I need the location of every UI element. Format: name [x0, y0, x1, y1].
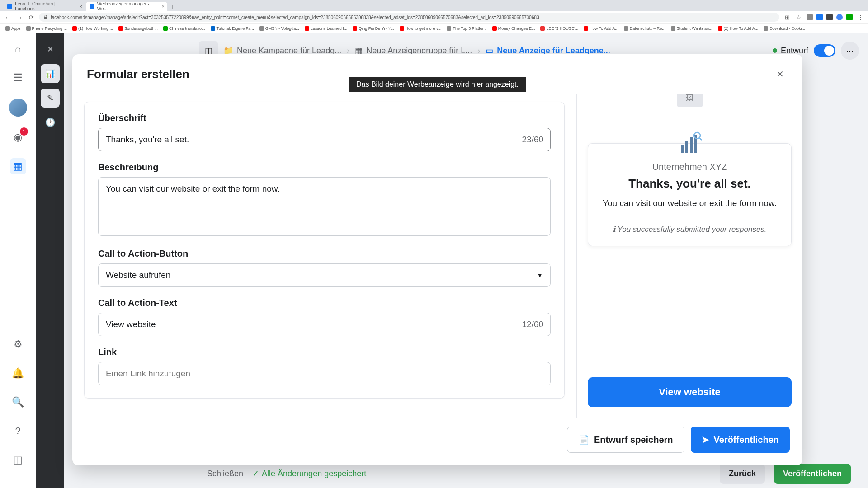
field-label: Beschreibung [98, 162, 551, 173]
back-button[interactable]: ← [4, 13, 12, 21]
modal-title: Formular erstellen [87, 67, 189, 81]
edit-icon[interactable]: ✎ [41, 89, 60, 108]
facebook-favicon [7, 4, 12, 9]
bookmark-favicon [72, 26, 77, 31]
help-icon[interactable]: ? [10, 423, 26, 439]
tab-strip: Leon R. Chaudhari | Facebook × Werbeanze… [0, 0, 868, 11]
bookmark-item[interactable]: Chinese translatio... [161, 25, 207, 32]
bookmark-item[interactable]: GMSN - Vologda... [258, 25, 301, 32]
bookmark-label: LEE 'S HOUSE'... [546, 26, 578, 31]
close-icon[interactable]: ✕ [41, 40, 60, 59]
bell-icon[interactable]: 🔔 [10, 365, 26, 381]
link-field: Link [98, 347, 551, 385]
bookmark-item[interactable]: How to get more v... [398, 25, 443, 32]
preview-success-text: ℹ You successfully submitted your respon… [598, 225, 781, 234]
close-button[interactable]: Schließen [207, 469, 243, 479]
bookmark-item[interactable]: Phone Recycling ... [24, 25, 69, 32]
forward-button[interactable]: → [15, 13, 24, 21]
facebook-favicon [90, 4, 94, 9]
create-form-modal: Formular erstellen ✕ Überschrift 23/60 B… [72, 54, 802, 465]
browser-tab[interactable]: Leon R. Chaudhari | Facebook × [4, 2, 85, 11]
close-icon[interactable]: × [80, 4, 82, 9]
publish-button[interactable]: Veröffentlichen [774, 464, 851, 484]
bookmark-item[interactable]: How To Add A... [582, 25, 620, 32]
browser-tab[interactable]: Werbeanzeigenmanager - We... × [86, 2, 167, 11]
save-draft-button[interactable]: 📄 Entwurf speichern [567, 427, 684, 453]
bookmark-label: Datenschutz – Re... [630, 26, 665, 31]
cta-button-select[interactable]: Website aufrufen ▼ [98, 263, 551, 287]
panel-icon[interactable]: ◫ [10, 452, 26, 468]
home-icon[interactable]: ⌂ [10, 41, 26, 57]
headline-input[interactable] [98, 128, 551, 151]
tab-title: Leon R. Chaudhari | Facebook [15, 1, 72, 11]
bookmark-label: Download - Cooki... [769, 26, 805, 31]
button-label: Veröffentlichen [714, 435, 779, 445]
menu-icon[interactable]: ☰ [10, 70, 26, 86]
address-bar[interactable]: facebook.com/adsmanager/manage/ads/edit?… [39, 13, 779, 22]
check-icon: ✓ [252, 469, 259, 479]
search-icon[interactable]: 🔍 [10, 394, 26, 410]
bookmark-label: Student Wants an... [677, 26, 712, 31]
description-input[interactable] [98, 177, 551, 236]
bookmark-item[interactable]: Lessons Learned f... [303, 25, 349, 32]
close-icon[interactable]: ✕ [772, 66, 788, 82]
cta-text-input[interactable] [98, 313, 551, 336]
preview-card: Unternehmen XYZ Thanks, you're all set. … [588, 143, 792, 246]
back-button[interactable]: Zurück [720, 464, 765, 484]
char-count: 12/60 [522, 319, 543, 329]
bookmark-favicon [447, 26, 451, 31]
image-placeholder-icon: 🖼 [677, 94, 703, 107]
bookmark-item[interactable]: Apps [4, 25, 23, 32]
bookmark-item[interactable]: Sonderangebot! ... [117, 25, 160, 32]
bookmark-item[interactable]: The Top 3 Platfor... [445, 25, 488, 32]
history-icon[interactable]: 🕐 [41, 113, 60, 132]
publish-button[interactable]: ➤ Veröffentlichen [691, 427, 790, 453]
bookmark-item[interactable]: Datenschutz – Re... [622, 25, 667, 32]
ext-icon[interactable] [826, 14, 833, 20]
bookmark-item[interactable]: Qing Fei De Yi - Y... [351, 25, 396, 32]
menu-icon[interactable]: ⋮ [856, 13, 864, 21]
lock-icon [43, 15, 48, 19]
bookmark-label: Sonderangebot! ... [124, 26, 158, 31]
ext-icon[interactable] [816, 14, 823, 20]
bookmark-item[interactable]: Money Changes E... [491, 25, 537, 32]
preview-cta-button[interactable]: View website [588, 377, 792, 407]
star-icon[interactable]: ☆ [795, 13, 803, 21]
bookmark-item[interactable]: (2) How To Add A... [716, 25, 760, 32]
cta-text-field: Call to Action-Text 12/60 [98, 298, 551, 336]
grid-icon[interactable]: ▦ [10, 158, 26, 174]
bookmark-label: Money Changes E... [498, 26, 535, 31]
chart-icon[interactable]: 📊 [41, 64, 60, 83]
form-pane: Überschrift 23/60 Beschreibung Call to A… [72, 94, 576, 418]
bookmark-item[interactable]: Tutorial: Eigene Fa... [209, 25, 256, 32]
svg-rect-1 [681, 145, 684, 153]
bookmark-item[interactable]: LEE 'S HOUSE'... [538, 25, 580, 32]
new-tab-button[interactable]: + [168, 3, 177, 11]
preview-pane: 🖼 Das Bild deiner Werbeanzeige wird hier… [576, 94, 802, 418]
bookmark-item[interactable]: Download - Cooki... [762, 25, 807, 32]
form-card: Überschrift 23/60 Beschreibung Call to A… [84, 102, 565, 399]
button-label: Entwurf speichern [594, 435, 673, 445]
reload-button[interactable]: ⟳ [27, 13, 35, 21]
ext-icon[interactable] [836, 14, 843, 20]
toggle-switch[interactable] [814, 44, 835, 57]
gear-icon[interactable]: ⚙ [10, 336, 26, 352]
avatar[interactable] [9, 99, 27, 117]
link-input[interactable] [98, 362, 551, 385]
divider [604, 218, 776, 218]
saved-status: ✓ Alle Änderungen gespeichert [252, 469, 366, 479]
bookmark-favicon [671, 26, 675, 31]
status-dot [773, 48, 777, 53]
close-icon[interactable]: × [162, 4, 165, 9]
ext-icon[interactable] [807, 14, 813, 20]
bookmark-favicon [584, 26, 588, 31]
bookmark-label: Qing Fei De Yi - Y... [359, 26, 394, 31]
bookmark-favicon [540, 26, 545, 31]
bookmark-item[interactable]: (1) How Working ... [71, 25, 115, 32]
more-icon[interactable]: ⋯ [841, 42, 859, 60]
bookmark-label: How to get more v... [406, 26, 442, 31]
qr-icon[interactable]: ⊞ [783, 13, 791, 21]
svg-line-6 [699, 138, 702, 140]
ext-icon[interactable] [846, 14, 853, 20]
bookmark-item[interactable]: Student Wants an... [669, 25, 714, 32]
